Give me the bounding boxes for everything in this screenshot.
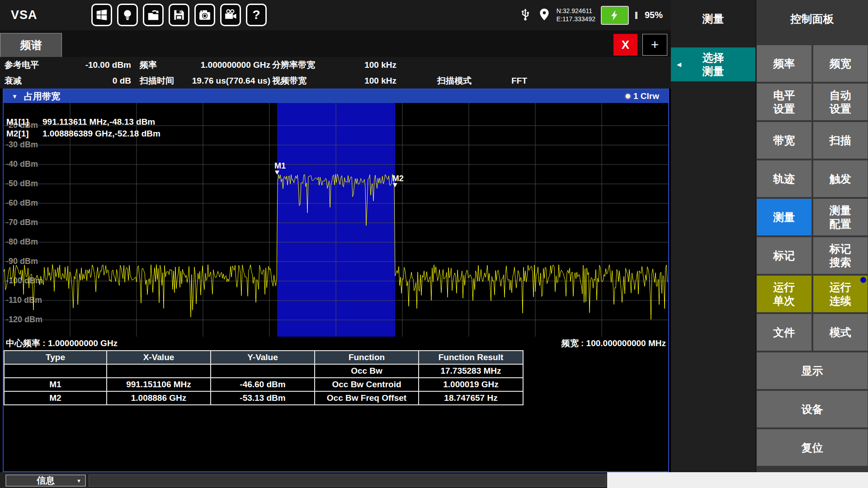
bottom-bar: 信息 ▼ — [0, 472, 868, 488]
gps-coordinates: N:32.924611 E:117.333492 — [557, 7, 595, 23]
marker-name: M2[1] — [6, 129, 42, 139]
control-button-13[interactable]: 运行 连续 — [813, 276, 868, 312]
close-tab-button[interactable]: X — [613, 34, 637, 56]
table-row: M21.008886 GHz-53.13 dBmOcc Bw Freq Offs… — [4, 391, 523, 405]
settings-row-1: 参考电平-10.00 dBm频率1.000000000 GHz分辨率带宽100 … — [0, 57, 671, 73]
app-root: VSA ? — [0, 0, 868, 488]
marker-value: 1.008886389 GHz,-52.18 dBm — [42, 129, 160, 138]
table-cell — [4, 364, 107, 378]
table-cell: M1 — [4, 378, 107, 391]
table-cell: Occ Bw Centroid — [315, 378, 419, 391]
info-dropdown[interactable]: 信息 ▼ — [5, 474, 86, 487]
add-tab-button[interactable]: + — [642, 34, 667, 56]
save-icon[interactable] — [169, 4, 189, 26]
collapse-icon[interactable]: ▼ — [12, 93, 18, 100]
control-button-4[interactable]: 带宽 — [757, 122, 811, 159]
arrow-left-icon: ◀ — [677, 61, 681, 68]
control-button-3[interactable]: 自动 设置 — [813, 84, 868, 120]
control-button-10[interactable]: 标记 — [757, 237, 811, 274]
setting-label: 扫描模式 — [437, 73, 472, 89]
setting-value: -10.00 dBm — [45, 57, 131, 73]
setting-value: 1.000000000 GHz — [163, 57, 270, 73]
table-row: M1991.151106 MHz-46.60 dBmOcc Bw Centroi… — [4, 378, 523, 391]
table-cell — [107, 364, 211, 378]
trace-dot-icon — [626, 94, 630, 99]
control-button-17[interactable]: 设备 — [757, 391, 868, 427]
control-button-8[interactable]: 测量 — [757, 199, 811, 235]
measure-menu-title: 测量 — [671, 12, 755, 26]
bulb-icon[interactable] — [117, 4, 138, 26]
active-dot-icon — [860, 277, 866, 283]
caret-down-icon: ▼ — [76, 478, 81, 483]
marker-value: 991.113611 MHz,-48.13 dBm — [42, 117, 155, 127]
table-header-row: TypeX-ValueY-ValueFunctionFunction Resul… — [4, 351, 523, 364]
table-cell — [211, 364, 315, 378]
table-header-cell: Type — [4, 351, 107, 364]
table-cell: M2 — [4, 391, 107, 405]
battery-percent: 95% — [645, 10, 663, 20]
table-cell: Occ Bw — [315, 364, 419, 378]
trace-badge[interactable]: 1 Clrw — [626, 89, 659, 103]
table-cell: 1.008886 GHz — [107, 391, 211, 405]
toolbar: ? — [91, 4, 267, 26]
control-button-1[interactable]: 频宽 — [813, 45, 868, 82]
tab-spectrum[interactable]: 频谱 — [0, 33, 62, 57]
table-cell: -46.60 dBm — [211, 378, 315, 391]
control-button-11[interactable]: 标记 搜索 — [813, 237, 868, 274]
gps-north: N:32.924611 — [557, 7, 595, 15]
spectrum-plot: M1M2 -20 dBm-30 dBm-40 dBm-50 dBm-60 dBm… — [4, 103, 668, 337]
location-pin-icon — [538, 7, 551, 24]
control-button-7[interactable]: 触发 — [813, 160, 868, 197]
select-measurement-button[interactable]: ◀ 选择 测量 — [671, 47, 755, 81]
app-logo: VSA — [11, 0, 38, 30]
control-button-18[interactable]: 复位 — [757, 429, 868, 466]
top-bar: VSA ? — [0, 0, 671, 30]
control-button-5[interactable]: 扫描 — [813, 122, 868, 159]
table-header-cell: Function — [315, 351, 419, 364]
settings-row-2: 衰减0 dB扫描时间19.76 us(770.64 us)视频带宽100 kHz… — [0, 73, 671, 89]
record-icon[interactable] — [220, 4, 241, 26]
table-header-cell: Function Result — [419, 351, 523, 364]
setting-label: 视频带宽 — [272, 73, 307, 89]
screenshot-icon[interactable] — [194, 4, 215, 26]
control-button-9[interactable]: 测量 配置 — [813, 199, 868, 235]
setting-label: 分辨率带宽 — [272, 57, 315, 73]
center-frequency: 中心频率 : 1.000000000 GHz — [6, 338, 118, 349]
setting-value: 100 kHz — [316, 57, 396, 73]
table-header-cell: X-Value — [107, 351, 211, 364]
control-panel-title: 控制面板 — [756, 12, 868, 26]
battery-icon — [601, 6, 629, 25]
setting-value: 100 kHz — [316, 73, 396, 89]
tab-row: 频谱 X + — [0, 30, 671, 57]
control-button-0[interactable]: 频率 — [757, 45, 811, 82]
select-measurement-label: 选择 测量 — [703, 51, 724, 78]
svg-text:M2: M2 — [392, 174, 404, 183]
table-cell: 17.735283 MHz — [419, 364, 523, 378]
svg-text:M1: M1 — [274, 161, 286, 170]
battery-tip — [635, 12, 637, 19]
table-row: Occ Bw17.735283 MHz — [4, 364, 523, 378]
settings-bar: 参考电平-10.00 dBm频率1.000000000 GHz分辨率带宽100 … — [0, 57, 671, 89]
setting-label: 参考电平 — [5, 57, 39, 73]
marker-name: M1[1] — [6, 117, 42, 127]
setting-label: 衰减 — [5, 73, 22, 89]
control-button-6[interactable]: 轨迹 — [757, 160, 811, 197]
control-button-12[interactable]: 运行 单次 — [757, 276, 811, 312]
setting-label: 频率 — [140, 57, 157, 73]
windows-icon[interactable] — [91, 4, 112, 26]
table-cell: -53.13 dBm — [211, 391, 315, 405]
open-icon[interactable] — [143, 4, 164, 26]
control-button-2[interactable]: 电平 设置 — [757, 84, 811, 120]
control-button-14[interactable]: 文件 — [757, 314, 811, 351]
measure-menu-column: 测量 ◀ 选择 测量 — [671, 0, 755, 472]
marker-readout-line: M2[1]1.008886389 GHz,-52.18 dBm — [6, 129, 160, 139]
setting-value: FFT — [470, 73, 527, 89]
control-button-16[interactable]: 显示 — [757, 352, 868, 389]
setting-value: 19.76 us(770.64 us) — [163, 73, 270, 89]
chart-title: 占用带宽 — [24, 90, 60, 103]
bottom-gray-area — [607, 472, 868, 488]
chart-panel: ▼ 占用带宽 1 Clrw M1M2 -20 dBm-30 dBm-40 dBm… — [3, 89, 669, 472]
control-panel-column: 控制面板 频率频宽电平 设置自动 设置带宽扫描轨迹触发测量测量 配置标记标记 搜… — [755, 0, 868, 472]
control-button-15[interactable]: 模式 — [813, 314, 868, 351]
help-icon[interactable]: ? — [246, 4, 267, 26]
